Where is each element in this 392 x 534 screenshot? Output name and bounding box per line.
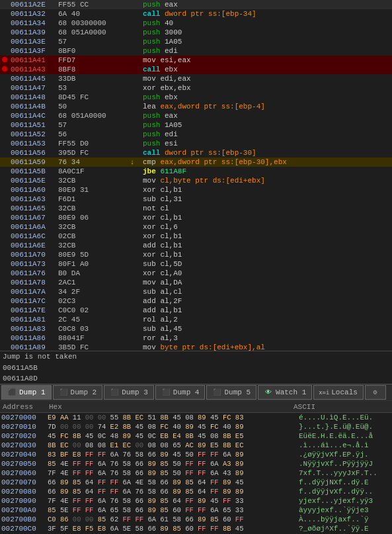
disasm-row[interactable]: 00611A5E32CBmov cl,byte ptr ds:[edi+ebx] [0, 176, 392, 185]
status-bar-addr: 00611A5B [0, 363, 392, 373]
disasm-row[interactable]: 00611A812C 45rol al,2 [0, 315, 392, 324]
disasm-row[interactable]: 00611A41FFD7mov esi,eax [0, 56, 392, 65]
disasm-row[interactable]: 00611A53FF55 D0push esi [0, 139, 392, 148]
disasm-row[interactable]: 00611A3E57push 1A05 [0, 37, 392, 46]
disasm-row[interactable]: 00611A488D45 FCpush ebx [0, 93, 392, 102]
dump-row[interactable]: 0027008066 89 85 64 FF FF 6A 76 58 66 89… [0, 487, 392, 496]
dump-row[interactable]: 002700C03F 5F E8 F5 E8 6A 5E 58 66 89 85… [0, 524, 392, 533]
disasm-row[interactable]: 00611A5256push edi [0, 130, 392, 139]
bp-column [0, 315, 9, 324]
dump-row[interactable]: 002700B0C0 86 00 00 85 62 FF FF 6A 61 58… [0, 515, 392, 524]
disasm-row[interactable]: 00611A4533DBmov edi,eax [0, 74, 392, 83]
address-column: 00611A52 [9, 130, 57, 139]
disasm-row[interactable]: 00611A8688041Fror al,3 [0, 334, 392, 343]
bp-column [0, 139, 9, 148]
disasm-row[interactable]: 00611A782AC1mov al,DA [0, 278, 392, 287]
disasm-row[interactable]: 00611A76B0 DAxor cl,A0 [0, 269, 392, 278]
status-bar-jump: Jump is not taken [0, 351, 392, 363]
dump-hex-values: 7F 4E FF FF 6A 76 58 66 89 85 50 FF FF 6… [46, 468, 297, 478]
tab-dump5[interactable]: ⬛ Dump 5 [206, 385, 256, 400]
dump-row[interactable]: 002700907F 4E FF FF 6A 76 58 66 89 85 64… [0, 496, 392, 506]
disasm-row[interactable]: 00611A6C02CBxor cl,b1 [0, 232, 392, 241]
disasm-row[interactable]: 00611A5B8A0C1Fjbe 611A8F [0, 167, 392, 176]
dump-row[interactable]: 002700607F 4E FF FF 6A 76 58 66 89 85 50… [0, 468, 392, 478]
mnemonic: rol [143, 316, 156, 324]
tab-dump3[interactable]: ⬛ Dump 3 [104, 385, 154, 400]
mnemonic: add [143, 297, 156, 305]
tab-watch1[interactable]: 👁 Watch 1 [258, 385, 312, 400]
hex-column: 53 [57, 83, 123, 93]
hex-column: 8A0C1F [57, 167, 123, 176]
hex-column: B0 DA [57, 269, 123, 278]
arrow-column [123, 93, 141, 102]
hex-column: 32CB [57, 222, 123, 232]
operands: edi [165, 47, 178, 55]
dump-row[interactable]: 002700308B EC 00 08 08 E1 EC 00 08 08 65… [0, 441, 392, 450]
arrow-column [123, 9, 141, 19]
tab-dump2[interactable]: ⬛ Dump 2 [53, 385, 103, 400]
disasm-row[interactable]: 00611A3F8BF0push edi [0, 46, 392, 56]
disasm-row[interactable]: 00611A63F6D1sub cl,31 [0, 195, 392, 204]
mnemonic: mov [143, 343, 156, 351]
asm-column: push esi [141, 139, 392, 148]
disasm-row[interactable]: 00611A5157push 1A05 [0, 120, 392, 130]
disasm-row[interactable]: 00611A7080E9 5Dxor cl,b1 [0, 250, 392, 259]
mnemonic: xor [143, 251, 156, 259]
dump-address: 002700A0 [0, 506, 46, 515]
disasm-row[interactable]: 00611A3468 00300000push 40 [0, 19, 392, 28]
dump-address: 00270070 [0, 478, 46, 487]
address-column: 00611A48 [9, 93, 57, 102]
dump-row[interactable]: 00270000E9 AA 11 00 00 55 8B EC 51 8B 45… [0, 413, 392, 422]
asm-column: lea eax,dword ptr ss:[ebp-4] [141, 102, 392, 111]
disasm-row[interactable]: 00611A56395D FCcall dword ptr ss:[ebp-30… [0, 148, 392, 157]
disasm-row[interactable]: 00611A5976 34↓cmp eax,dword ptr ss:[ebp-… [0, 157, 392, 167]
disasm-row[interactable]: 00611A6A32CBxor cl,6 [0, 222, 392, 232]
disasm-row[interactable]: 00611A893B5D FCmov byte ptr ds:[edi+ebx]… [0, 343, 392, 351]
address-column: 00611A41 [9, 56, 57, 65]
address-column: 00611A86 [9, 334, 57, 343]
mnemonic: mov [143, 56, 156, 64]
disasm-row[interactable]: 00611A326A 40call dword ptr ss:[ebp-34] [0, 9, 392, 19]
arrow-column [123, 278, 141, 287]
hex-column: FF55 CC [57, 0, 123, 9]
disasm-row[interactable]: 00611A4753xor ebx,ebx [0, 83, 392, 93]
disasm-row[interactable]: 00611A4C68 051A0000push eax [0, 111, 392, 120]
operands: esi [165, 140, 178, 148]
dump-row[interactable]: 0027007066 89 85 64 FF FF 6A 4E 58 66 89… [0, 478, 392, 487]
operands: cl,5D [160, 260, 182, 268]
tab-dump4[interactable]: ⬛ Dump 4 [155, 385, 206, 400]
bp-column [0, 185, 9, 195]
disasm-row[interactable]: 00611A4B50lea eax,dword ptr ss:[ebp-4] [0, 102, 392, 111]
disasm-row[interactable]: 00611A3968 051A0000push 3000 [0, 28, 392, 37]
status-bar-addr2: 00611A8D [0, 373, 392, 384]
disasm-row[interactable]: 00611A7A34 2Fsub al,cl [0, 287, 392, 296]
tab-dump1[interactable]: ⬛ Dump 1 [1, 385, 52, 400]
disasm-row[interactable]: 00611A7C02C3add al,2F [0, 296, 392, 306]
disasm-row[interactable]: 00611A6E32CBadd cl,b1 [0, 241, 392, 250]
disasm-row[interactable]: 00611A2EFF55 CCpush eax [0, 0, 392, 9]
dump-address: 00270080 [0, 487, 46, 496]
disasm-row[interactable]: 00611A7380F1 A0sub cl,5D [0, 259, 392, 269]
dump-row[interactable]: 0027005085 4E FF FF 6A 76 58 66 89 85 50… [0, 459, 392, 468]
tab-locals[interactable]: x=i Locals [313, 385, 364, 400]
dump-row[interactable]: 0027004083 BF E8 FF FF 6A 76 58 66 89 45… [0, 450, 392, 459]
disasm-row[interactable]: 00611A83C0C8 03sub al,45 [0, 324, 392, 334]
disasm-row[interactable]: 00611A6080E9 31xor cl,b1 [0, 185, 392, 195]
disassembly-panel: 00611A2EFF55 CCpush eax00611A326A 40call… [0, 0, 392, 351]
dump-ascii: yjexf...yjexf.yÿ3 [297, 496, 392, 506]
dump-row[interactable]: 002700107D 00 00 00 74 E2 8B 45 08 FC 40… [0, 422, 392, 431]
disasm-row[interactable]: 00611A6532CBnot cl [0, 204, 392, 213]
tab-more[interactable]: ⚙ [365, 385, 386, 400]
tab-watch1-label: Watch 1 [276, 388, 306, 396]
disasm-row[interactable]: 00611A438BF8call ebx [0, 65, 392, 74]
dump-row[interactable]: 0027002045 FC 8B 45 0C 48 89 45 0C EB E4… [0, 431, 392, 441]
asm-column: xor cl,b1 [141, 232, 392, 241]
operands: 611A8F [160, 167, 186, 175]
disasm-row[interactable]: 00611A6780E9 06xor cl,b1 [0, 213, 392, 222]
dump-address: 00270090 [0, 496, 46, 506]
disasm-row[interactable]: 00611A7EC0C0 02add al,b1 [0, 306, 392, 315]
operands: cl,b1 [160, 242, 182, 249]
hex-column: 68 051A0000 [57, 111, 123, 120]
operands: edi,eax [160, 75, 190, 83]
dump-row[interactable]: 002700A085 5E FF FF 6A 65 58 66 89 85 60… [0, 506, 392, 515]
